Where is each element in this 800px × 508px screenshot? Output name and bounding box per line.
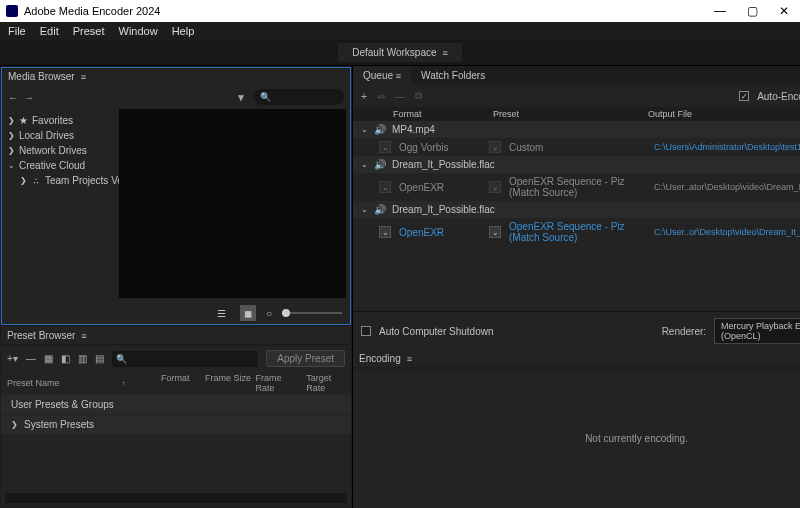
apply-preset-button[interactable]: Apply Preset	[266, 350, 345, 367]
filter-icon[interactable]: ▼	[236, 92, 246, 103]
workspace-menu-icon[interactable]: ≡	[443, 48, 448, 58]
preset-folder-icon[interactable]: ▦	[44, 353, 53, 364]
media-browser-tree: ❯★Favorites ❯Local Drives ❯Network Drive…	[2, 109, 119, 302]
queue-footer: Auto Computer Shutdown Renderer: Mercury…	[353, 311, 800, 350]
tree-creative-cloud[interactable]: ⌄Creative Cloud	[2, 158, 119, 173]
encoding-status-text: Not currently encoding.	[585, 433, 688, 444]
encoding-title: Encoding	[359, 353, 401, 364]
preset-group-user[interactable]: User Presets & Groups	[1, 395, 351, 414]
panel-menu-icon[interactable]: ≡	[81, 331, 86, 341]
chevron-down-icon: ⌄	[361, 160, 368, 169]
menu-help[interactable]: Help	[172, 25, 195, 37]
tree-local-drives[interactable]: ❯Local Drives	[2, 128, 119, 143]
nav-forward-icon[interactable]: →	[24, 92, 34, 103]
media-type-icon: 🔊	[374, 159, 386, 170]
queue-group[interactable]: ⌄🔊Dream_It_Possible.flac	[353, 201, 800, 218]
queue-row[interactable]: ⌄Ogg Vorbis⌄CustomC:\Users\Administrator…	[353, 138, 800, 156]
renderer-value: Mercury Playback Engine GPU Acceleration…	[721, 321, 800, 341]
queue-preset[interactable]: Custom	[509, 142, 650, 153]
auto-shutdown-checkbox[interactable]	[361, 326, 371, 336]
sort-asc-icon: ↑	[122, 379, 157, 388]
queue-format[interactable]: Ogg Vorbis	[399, 142, 485, 153]
queue-group[interactable]: ⌄🔊Dream_It_Possible.flac	[353, 156, 800, 173]
queue-group[interactable]: ⌄🔊MP4.mp4	[353, 121, 800, 138]
remove-preset-icon[interactable]: —	[26, 353, 36, 364]
media-search-input[interactable]: 🔍	[254, 89, 344, 105]
tree-network-drives[interactable]: ❯Network Drives	[2, 143, 119, 158]
queue-tabs: Queue ≡ Watch Folders	[353, 66, 800, 85]
preset-settings-icon[interactable]: ◧	[61, 353, 70, 364]
workspace-bar: Default Workspace ≡	[0, 40, 800, 66]
menubar: File Edit Preset Window Help	[0, 22, 800, 40]
preset-import-icon[interactable]: ▥	[78, 353, 87, 364]
remove-icon[interactable]: —	[395, 91, 405, 102]
tab-watch-folders[interactable]: Watch Folders	[411, 66, 495, 85]
view-list-icon[interactable]: ☰	[214, 305, 230, 321]
menu-preset[interactable]: Preset	[73, 25, 105, 37]
media-type-icon: 🔊	[374, 124, 386, 135]
duplicate-icon[interactable]: ⧉	[415, 90, 422, 102]
queue-preset[interactable]: OpenEXR Sequence - Piz (Match Source)	[509, 221, 650, 243]
workspace-label: Default Workspace	[352, 47, 436, 58]
auto-shutdown-label: Auto Computer Shutdown	[379, 326, 494, 337]
preset-export-icon[interactable]: ▤	[95, 353, 104, 364]
app-icon	[6, 5, 18, 17]
menu-edit[interactable]: Edit	[40, 25, 59, 37]
preset-browser-panel: +▾ — ▦ ◧ ▥ ▤ 🔍 Apply Preset Preset Name …	[1, 346, 351, 507]
queue-toolbar: + ⇔ — ⧉ Auto-Encode Watch Folders ≡ ▶	[353, 85, 800, 107]
queue-preset[interactable]: OpenEXR Sequence - Piz (Match Source)	[509, 176, 650, 198]
close-button[interactable]: ✕	[768, 0, 800, 22]
auto-encode-checkbox[interactable]	[739, 91, 749, 101]
media-preview-area	[119, 109, 346, 298]
queue-format[interactable]: OpenEXR	[399, 182, 485, 193]
queue-item-name: Dream_It_Possible.flac	[392, 159, 495, 170]
view-thumb-icon[interactable]: ◼	[240, 305, 256, 321]
preset-dropdown-btn[interactable]: ⌄	[489, 226, 501, 238]
preset-search-input[interactable]: 🔍	[112, 351, 258, 367]
queue-item-name: MP4.mp4	[392, 124, 435, 135]
preset-dropdown-btn[interactable]: ⌄	[489, 181, 501, 193]
link-icon[interactable]: ⇔	[377, 91, 385, 102]
queue-format[interactable]: OpenEXR	[399, 227, 485, 238]
chevron-down-icon: ⌄	[361, 205, 368, 214]
preset-group-system[interactable]: ❯System Presets	[1, 415, 351, 434]
format-dropdown-btn[interactable]: ⌄	[379, 141, 391, 153]
auto-encode-label: Auto-Encode Watch Folders	[757, 91, 800, 102]
workspace-tab[interactable]: Default Workspace ≡	[338, 43, 462, 62]
menu-window[interactable]: Window	[119, 25, 158, 37]
menu-file[interactable]: File	[8, 25, 26, 37]
tree-team-projects[interactable]: ❯⛬Team Projects Versions	[2, 173, 119, 188]
add-preset-icon[interactable]: +▾	[7, 353, 18, 364]
maximize-button[interactable]: ▢	[736, 0, 768, 22]
media-type-icon: 🔊	[374, 204, 386, 215]
queue-output[interactable]: C:\User..or\Desktop\video\Dream_It_Possi…	[654, 227, 800, 237]
queue-output[interactable]: C:\User..ator\Desktop\video\Dream_It_Pos…	[654, 182, 800, 192]
queue-list: ⌄🔊MP4.mp4⌄Ogg Vorbis⌄CustomC:\Users\Admi…	[353, 121, 800, 311]
media-browser-panel: Media Browser ≡ ← → ▼ 🔍 ❯★Favorites ❯Loc…	[1, 67, 351, 325]
preset-browser-title: Preset Browser	[7, 330, 75, 341]
preset-header-row: Preset Name ↑ Format Frame Size Frame Ra…	[1, 371, 351, 395]
panel-menu-icon[interactable]: ≡	[407, 354, 412, 364]
tree-favorites[interactable]: ❯★Favorites	[2, 113, 119, 128]
thumbnail-zoom-slider[interactable]	[282, 312, 342, 314]
preset-h-scrollbar[interactable]	[5, 493, 347, 503]
queue-output[interactable]: C:\Users\Administrator\Desktop\test1.ogg	[654, 142, 800, 152]
zoom-out-icon[interactable]: ○	[266, 308, 272, 319]
encoding-panel: Not currently encoding.	[353, 369, 800, 508]
add-source-icon[interactable]: +	[361, 91, 367, 102]
queue-row[interactable]: ⌄OpenEXR⌄OpenEXR Sequence - Piz (Match S…	[353, 218, 800, 246]
renderer-dropdown[interactable]: Mercury Playback Engine GPU Acceleration…	[714, 318, 800, 344]
queue-row[interactable]: ⌄OpenEXR⌄OpenEXR Sequence - Piz (Match S…	[353, 173, 800, 201]
minimize-button[interactable]: —	[704, 0, 736, 22]
tab-queue[interactable]: Queue ≡	[353, 66, 411, 85]
format-dropdown-btn[interactable]: ⌄	[379, 181, 391, 193]
renderer-label: Renderer:	[662, 326, 706, 337]
format-dropdown-btn[interactable]: ⌄	[379, 226, 391, 238]
media-browser-title: Media Browser	[8, 71, 75, 82]
chevron-down-icon: ⌄	[361, 125, 368, 134]
preset-dropdown-btn[interactable]: ⌄	[489, 141, 501, 153]
queue-headers: Format Preset Output File Status	[353, 107, 800, 121]
panel-menu-icon[interactable]: ≡	[81, 72, 86, 82]
nav-back-icon[interactable]: ←	[8, 92, 18, 103]
window-title: Adobe Media Encoder 2024	[24, 5, 160, 17]
